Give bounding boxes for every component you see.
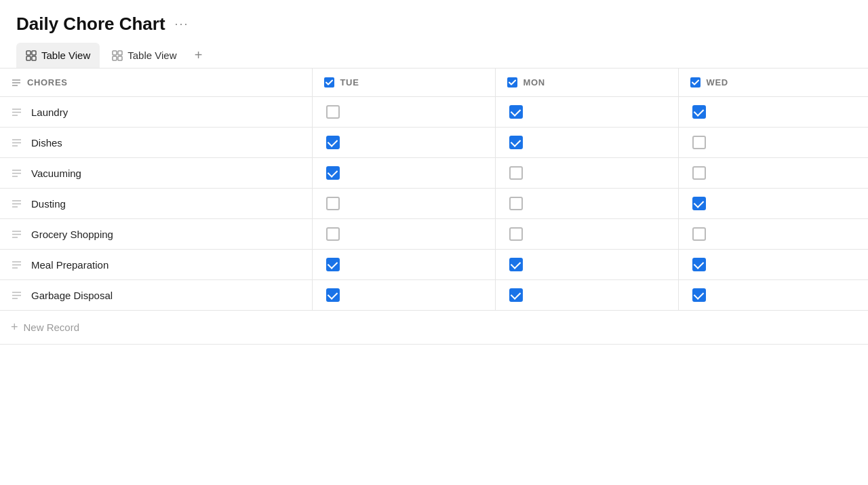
cell-chore-name: Dishes — [0, 128, 312, 158]
svg-rect-7 — [118, 56, 122, 60]
table-body: Laundry Dishes — [0, 97, 868, 345]
text-type-icon — [11, 168, 24, 179]
chore-label: Grocery Shopping — [31, 229, 113, 240]
cell-chore-name: Laundry — [0, 97, 312, 128]
col-header-wed: WED — [678, 69, 868, 97]
chore-label: Garbage Disposal — [31, 290, 113, 301]
chore-label: Vacuuming — [31, 168, 81, 179]
cell-tue — [312, 189, 495, 219]
new-record-row: + New Record — [0, 311, 868, 345]
col-label-mon: MON — [524, 77, 545, 88]
cell-wed — [678, 97, 868, 128]
text-type-icon — [11, 198, 24, 210]
table-row: Meal Preparation — [0, 250, 868, 280]
cell-tue — [312, 158, 495, 189]
svg-rect-3 — [32, 56, 36, 60]
svg-rect-6 — [113, 56, 117, 60]
checkbox-tue[interactable] — [326, 288, 340, 302]
page-title: Daily Chore Chart — [16, 14, 165, 35]
checkbox-tue[interactable] — [326, 105, 340, 119]
checkbox-wed[interactable] — [692, 288, 706, 302]
checkbox-col-icon-tue — [323, 77, 335, 88]
table-row: Laundry — [0, 97, 868, 128]
checkbox-wed[interactable] — [692, 258, 706, 271]
chore-label: Dishes — [31, 137, 62, 149]
cell-chore-name: Grocery Shopping — [0, 219, 312, 250]
table-header: CHORES TUE — [0, 69, 868, 97]
chore-table: CHORES TUE — [0, 69, 868, 345]
cell-tue — [312, 280, 495, 311]
tab-label-2: Table View — [127, 50, 176, 61]
table-row: Garbage Disposal — [0, 280, 868, 311]
cell-mon — [495, 189, 678, 219]
table-row: Vacuuming — [0, 158, 868, 189]
new-record-button[interactable]: + New Record — [11, 320, 857, 334]
svg-rect-4 — [113, 51, 117, 55]
checkbox-wed[interactable] — [692, 136, 706, 149]
chore-label: Meal Preparation — [31, 259, 108, 271]
cell-wed — [678, 219, 868, 250]
svg-rect-5 — [118, 51, 122, 55]
cell-wed — [678, 158, 868, 189]
add-tab-button[interactable]: + — [189, 46, 208, 65]
page-header: Daily Chore Chart ··· — [0, 0, 868, 43]
tab-table-view-1[interactable]: Table View — [16, 43, 100, 68]
svg-rect-2 — [26, 56, 31, 60]
cell-mon — [495, 128, 678, 158]
checkbox-tue[interactable] — [326, 136, 340, 149]
col-label-wed: WED — [707, 77, 728, 88]
cell-chore-name: Meal Preparation — [0, 250, 312, 280]
checkbox-mon[interactable] — [509, 197, 523, 210]
col-label-chores: CHORES — [27, 77, 68, 88]
table-row: Dusting — [0, 189, 868, 219]
cell-wed — [678, 128, 868, 158]
text-type-icon — [11, 137, 24, 149]
cell-wed — [678, 189, 868, 219]
cell-chore-name: Dusting — [0, 189, 312, 219]
cell-mon — [495, 158, 678, 189]
col-label-tue: TUE — [340, 77, 359, 88]
cell-wed — [678, 280, 868, 311]
checkbox-wed[interactable] — [692, 105, 706, 119]
cell-tue — [312, 250, 495, 280]
cell-tue — [312, 219, 495, 250]
cell-wed — [678, 250, 868, 280]
ellipsis-button[interactable]: ··· — [172, 16, 192, 33]
checkbox-mon[interactable] — [509, 258, 523, 271]
checkbox-mon[interactable] — [509, 227, 523, 241]
table-view-icon-2 — [112, 50, 123, 61]
checkbox-wed[interactable] — [692, 227, 706, 241]
checkbox-wed[interactable] — [692, 166, 706, 180]
cell-tue — [312, 128, 495, 158]
checkbox-tue[interactable] — [326, 166, 340, 180]
svg-rect-0 — [26, 51, 31, 55]
text-type-icon — [11, 106, 24, 118]
checkbox-mon[interactable] — [509, 288, 523, 302]
checkbox-tue[interactable] — [326, 258, 340, 271]
tab-table-view-2[interactable]: Table View — [102, 43, 186, 68]
checkbox-mon[interactable] — [509, 166, 523, 180]
table-view-icon-1 — [26, 50, 37, 61]
text-type-icon — [11, 290, 24, 301]
svg-rect-1 — [32, 51, 36, 55]
plus-icon: + — [11, 320, 18, 334]
cell-tue — [312, 97, 495, 128]
checkbox-tue[interactable] — [326, 197, 340, 210]
new-record-cell: + New Record — [0, 311, 868, 345]
cell-mon — [495, 97, 678, 128]
cell-chore-name: Vacuuming — [0, 158, 312, 189]
col-header-chores: CHORES — [0, 69, 312, 97]
tab-label-1: Table View — [41, 50, 90, 61]
text-col-icon — [11, 77, 22, 88]
checkbox-tue[interactable] — [326, 227, 340, 241]
checkbox-col-icon-mon — [507, 77, 518, 88]
chore-label: Laundry — [31, 106, 68, 118]
table-row: Grocery Shopping — [0, 219, 868, 250]
cell-chore-name: Garbage Disposal — [0, 280, 312, 311]
chore-label: Dusting — [31, 198, 66, 210]
checkbox-mon[interactable] — [509, 136, 523, 149]
checkbox-wed[interactable] — [692, 197, 706, 210]
col-header-tue: TUE — [312, 69, 495, 97]
checkbox-mon[interactable] — [509, 105, 523, 119]
cell-mon — [495, 250, 678, 280]
